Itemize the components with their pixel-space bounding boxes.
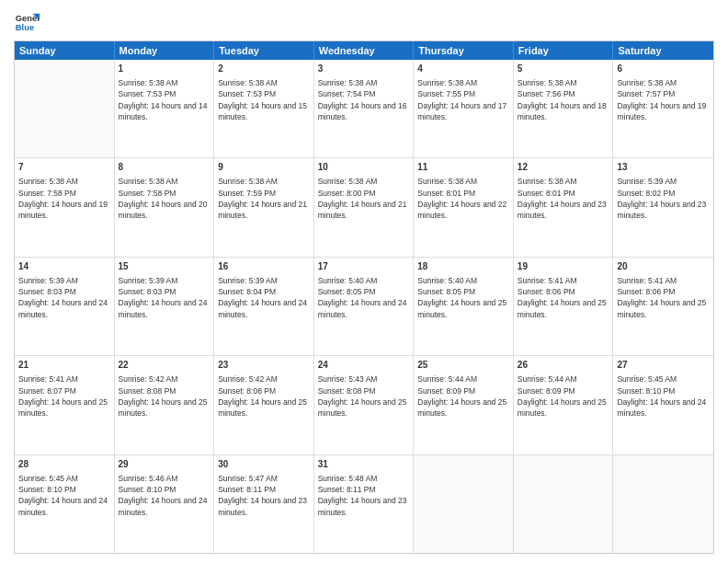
day-number: 1 [119,63,210,75]
calendar-week-1: 1Sunrise: 5:38 AMSunset: 7:53 PMDaylight… [15,60,713,157]
day-number: 23 [218,359,310,372]
day-number: 28 [18,458,110,471]
calendar-week-2: 7Sunrise: 5:38 AMSunset: 7:58 PMDaylight… [15,157,713,256]
day-number: 25 [417,359,509,372]
day-number: 26 [518,359,609,372]
empty-cell [514,455,614,553]
day-cell-18: 18Sunrise: 5:40 AMSunset: 8:05 PMDayligh… [414,258,514,355]
day-number: 27 [617,359,710,372]
calendar: SundayMondayTuesdayWednesdayThursdayFrid… [14,40,714,554]
cell-details: Sunrise: 5:45 AMSunset: 8:10 PMDaylight:… [617,373,710,419]
day-number: 16 [218,260,310,273]
day-number: 29 [119,458,210,471]
cell-details: Sunrise: 5:38 AMSunset: 7:58 PMDaylight:… [18,176,110,221]
cell-details: Sunrise: 5:39 AMSunset: 8:02 PMDaylight:… [617,176,710,221]
empty-cell [15,60,115,157]
day-cell-17: 17Sunrise: 5:40 AMSunset: 8:05 PMDayligh… [314,258,415,355]
day-cell-19: 19Sunrise: 5:41 AMSunset: 8:06 PMDayligh… [514,258,614,355]
cell-details: Sunrise: 5:47 AMSunset: 8:11 PMDaylight:… [218,473,310,518]
day-cell-2: 2Sunrise: 5:38 AMSunset: 7:53 PMDaylight… [214,60,314,157]
cell-details: Sunrise: 5:42 AMSunset: 8:08 PMDaylight:… [218,373,310,419]
day-cell-23: 23Sunrise: 5:42 AMSunset: 8:08 PMDayligh… [214,356,314,454]
day-cell-21: 21Sunrise: 5:41 AMSunset: 8:07 PMDayligh… [15,356,115,454]
calendar-week-3: 14Sunrise: 5:39 AMSunset: 8:03 PMDayligh… [15,257,713,355]
cell-details: Sunrise: 5:38 AMSunset: 7:56 PMDaylight:… [518,77,609,122]
day-cell-14: 14Sunrise: 5:39 AMSunset: 8:03 PMDayligh… [15,258,115,355]
cell-details: Sunrise: 5:46 AMSunset: 8:10 PMDaylight:… [119,473,210,518]
day-cell-27: 27Sunrise: 5:45 AMSunset: 8:10 PMDayligh… [613,356,713,454]
header-cell-friday: Friday [514,41,614,60]
day-cell-9: 9Sunrise: 5:38 AMSunset: 7:59 PMDaylight… [214,158,314,256]
cell-details: Sunrise: 5:38 AMSunset: 7:59 PMDaylight:… [218,176,310,221]
day-cell-6: 6Sunrise: 5:38 AMSunset: 7:57 PMDaylight… [613,60,713,157]
day-cell-3: 3Sunrise: 5:38 AMSunset: 7:54 PMDaylight… [314,60,415,157]
calendar-header-row: SundayMondayTuesdayWednesdayThursdayFrid… [15,41,713,60]
day-number: 11 [417,161,509,174]
header-cell-monday: Monday [115,41,215,60]
day-cell-24: 24Sunrise: 5:43 AMSunset: 8:08 PMDayligh… [314,356,415,454]
day-number: 21 [18,359,110,372]
day-number: 5 [518,63,609,75]
cell-details: Sunrise: 5:38 AMSunset: 7:53 PMDaylight:… [119,77,210,122]
day-cell-16: 16Sunrise: 5:39 AMSunset: 8:04 PMDayligh… [214,258,314,355]
day-cell-30: 30Sunrise: 5:47 AMSunset: 8:11 PMDayligh… [214,455,314,553]
day-cell-15: 15Sunrise: 5:39 AMSunset: 8:03 PMDayligh… [115,258,215,355]
cell-details: Sunrise: 5:38 AMSunset: 7:57 PMDaylight:… [617,77,710,122]
day-number: 30 [218,458,310,471]
cell-details: Sunrise: 5:44 AMSunset: 8:09 PMDaylight:… [417,373,509,419]
day-cell-31: 31Sunrise: 5:48 AMSunset: 8:11 PMDayligh… [314,455,415,553]
header-cell-tuesday: Tuesday [214,41,314,60]
day-cell-11: 11Sunrise: 5:38 AMSunset: 8:01 PMDayligh… [414,158,514,256]
cell-details: Sunrise: 5:41 AMSunset: 8:06 PMDaylight:… [518,275,609,320]
header-cell-sunday: Sunday [15,41,115,60]
day-cell-10: 10Sunrise: 5:38 AMSunset: 8:00 PMDayligh… [314,158,415,256]
day-number: 6 [617,63,710,75]
day-cell-26: 26Sunrise: 5:44 AMSunset: 8:09 PMDayligh… [514,356,614,454]
cell-details: Sunrise: 5:42 AMSunset: 8:08 PMDaylight:… [119,373,210,419]
day-cell-12: 12Sunrise: 5:38 AMSunset: 8:01 PMDayligh… [514,158,614,256]
cell-details: Sunrise: 5:41 AMSunset: 8:07 PMDaylight:… [18,373,110,419]
header-cell-wednesday: Wednesday [314,41,415,60]
cell-details: Sunrise: 5:39 AMSunset: 8:03 PMDaylight:… [119,275,210,320]
calendar-body: 1Sunrise: 5:38 AMSunset: 7:53 PMDaylight… [15,60,713,553]
day-number: 24 [318,359,410,372]
day-number: 31 [318,458,410,471]
header-cell-saturday: Saturday [613,41,713,60]
day-cell-1: 1Sunrise: 5:38 AMSunset: 7:53 PMDaylight… [115,60,215,157]
day-number: 10 [318,161,410,174]
cell-details: Sunrise: 5:43 AMSunset: 8:08 PMDaylight:… [318,373,410,419]
cell-details: Sunrise: 5:45 AMSunset: 8:10 PMDaylight:… [18,473,110,518]
cell-details: Sunrise: 5:44 AMSunset: 8:09 PMDaylight:… [518,373,609,419]
day-number: 20 [617,260,710,273]
day-cell-13: 13Sunrise: 5:39 AMSunset: 8:02 PMDayligh… [613,158,713,256]
day-cell-22: 22Sunrise: 5:42 AMSunset: 8:08 PMDayligh… [115,356,215,454]
day-number: 2 [218,63,310,75]
empty-cell [613,455,713,553]
empty-cell [414,455,514,553]
day-number: 4 [417,63,509,75]
day-number: 9 [218,161,310,174]
day-number: 18 [417,260,509,273]
day-number: 19 [518,260,609,273]
cell-details: Sunrise: 5:38 AMSunset: 7:55 PMDaylight:… [417,77,509,122]
cell-details: Sunrise: 5:38 AMSunset: 8:01 PMDaylight:… [518,176,609,221]
day-number: 7 [18,161,110,174]
cell-details: Sunrise: 5:38 AMSunset: 7:54 PMDaylight:… [318,77,410,122]
day-cell-5: 5Sunrise: 5:38 AMSunset: 7:56 PMDaylight… [514,60,614,157]
day-number: 3 [318,63,410,75]
logo: General Blue [14,9,43,35]
cell-details: Sunrise: 5:38 AMSunset: 8:01 PMDaylight:… [417,176,509,221]
day-number: 8 [119,161,210,174]
cell-details: Sunrise: 5:39 AMSunset: 8:03 PMDaylight:… [18,275,110,320]
day-number: 17 [318,260,410,273]
cell-details: Sunrise: 5:39 AMSunset: 8:04 PMDaylight:… [218,275,310,320]
cell-details: Sunrise: 5:38 AMSunset: 8:00 PMDaylight:… [318,176,410,221]
cell-details: Sunrise: 5:40 AMSunset: 8:05 PMDaylight:… [318,275,410,320]
cell-details: Sunrise: 5:38 AMSunset: 7:58 PMDaylight:… [119,176,210,221]
cell-details: Sunrise: 5:40 AMSunset: 8:05 PMDaylight:… [417,275,509,320]
day-number: 14 [18,260,110,273]
svg-text:Blue: Blue [16,23,34,32]
day-cell-25: 25Sunrise: 5:44 AMSunset: 8:09 PMDayligh… [414,356,514,454]
calendar-week-4: 21Sunrise: 5:41 AMSunset: 8:07 PMDayligh… [15,355,713,454]
cell-details: Sunrise: 5:48 AMSunset: 8:11 PMDaylight:… [318,473,410,518]
